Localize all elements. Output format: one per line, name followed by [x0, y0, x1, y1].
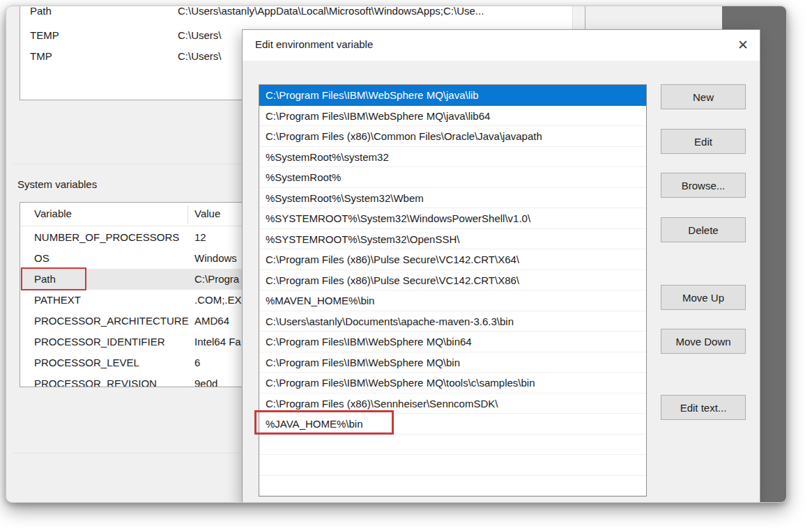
new-button[interactable]: New — [661, 84, 746, 109]
variable-value: C:\Progra — [194, 269, 239, 290]
list-item[interactable]: %SYSTEMROOT%\System32\WindowsPowerShell\… — [259, 208, 646, 229]
list-item[interactable]: C:\Users\astanly\Documents\apache-maven-… — [259, 311, 646, 332]
edit-button[interactable]: Edit — [661, 129, 746, 154]
variable-name: TEMP — [30, 29, 59, 42]
variable-name: PROCESSOR_LEVEL — [34, 352, 139, 373]
move-down-button[interactable]: Move Down — [661, 329, 746, 354]
list-item[interactable]: C:\Program Files (x86)\Pulse Secure\VC14… — [259, 249, 646, 270]
dialog-title: Edit environment variable — [255, 38, 373, 50]
variable-value: 12 — [194, 227, 206, 248]
variable-name: PATHEXT — [34, 290, 81, 311]
list-item-empty[interactable] — [259, 455, 646, 476]
variable-value: 6 — [194, 352, 200, 373]
delete-button[interactable]: Delete — [661, 217, 746, 242]
list-item-empty[interactable] — [259, 476, 646, 497]
annotation-red-box-path — [21, 267, 86, 290]
edit-text-button[interactable]: Edit text... — [661, 395, 746, 420]
variable-value: C:\Users\astanly\AppData\Local\Microsoft… — [178, 6, 484, 18]
variable-name: Path — [30, 6, 52, 18]
close-icon[interactable]: ✕ — [731, 35, 755, 56]
list-item[interactable]: C:\Program Files (x86)\Common Files\Orac… — [259, 126, 646, 147]
list-item[interactable]: %SystemRoot%\System32\Wbem — [259, 188, 646, 209]
column-divider — [187, 205, 188, 224]
list-item-empty[interactable] — [259, 496, 646, 497]
list-item[interactable]: C:\Program Files\IBM\WebSphere MQ\bin — [259, 352, 646, 373]
annotation-red-box-java-home — [254, 410, 394, 435]
variable-value: AMD64 — [194, 311, 229, 332]
list-item[interactable]: %SystemRoot%\system32 — [259, 147, 646, 168]
variable-name: OS — [34, 248, 49, 269]
variable-value: Windows — [194, 248, 237, 269]
list-item[interactable]: %SYSTEMROOT%\System32\OpenSSH\ — [259, 229, 646, 250]
variable-name: PROCESSOR_ARCHITECTURE — [34, 311, 189, 332]
browse-button[interactable]: Browse... — [661, 173, 746, 198]
variable-value: .COM;.EX — [194, 290, 242, 311]
variable-name: TMP — [30, 49, 52, 63]
list-item[interactable]: C:\Program Files\IBM\WebSphere MQ\bin64 — [259, 332, 646, 352]
list-item-empty[interactable] — [259, 435, 646, 455]
screenshot-frame: Path C:\Users\astanly\AppData\Local\Micr… — [6, 6, 787, 503]
system-variables-label: System variables — [17, 178, 97, 190]
variable-value: C:\Users\ — [178, 29, 222, 42]
variable-name: PROCESSOR_REVISION — [34, 373, 157, 387]
list-item[interactable]: C:\Program Files (x86)\Pulse Secure\VC14… — [259, 270, 646, 291]
variable-name: NUMBER_OF_PROCESSORS — [34, 227, 179, 248]
edit-environment-variable-dialog: Edit environment variable ✕ C:\Program F… — [242, 29, 760, 503]
path-entries-list[interactable]: C:\Program Files\IBM\WebSphere MQ\java\l… — [259, 84, 647, 497]
variable-value: C:\Users\ — [178, 49, 222, 63]
list-item[interactable]: C:\Program Files\IBM\WebSphere MQ\tools\… — [259, 373, 646, 393]
list-item[interactable]: %SystemRoot% — [259, 167, 646, 188]
move-up-button[interactable]: Move Up — [661, 285, 746, 310]
variable-value: Intel64 Fa — [194, 332, 241, 352]
list-item-selected[interactable]: C:\Program Files\IBM\WebSphere MQ\java\l… — [259, 85, 646, 106]
variable-name: PROCESSOR_IDENTIFIER — [34, 332, 165, 352]
table-row[interactable]: Path C:\Users\astanly\AppData\Local\Micr… — [20, 6, 564, 18]
column-header-value[interactable]: Value — [194, 208, 220, 219]
column-header-variable[interactable]: Variable — [34, 208, 72, 219]
variable-value: 9e0d — [194, 373, 217, 387]
list-item[interactable]: C:\Program Files\IBM\WebSphere MQ\java\l… — [259, 106, 646, 127]
dialog-titlebar[interactable]: Edit environment variable ✕ — [243, 30, 760, 61]
list-item[interactable]: %MAVEN_HOME%\bin — [259, 290, 646, 311]
